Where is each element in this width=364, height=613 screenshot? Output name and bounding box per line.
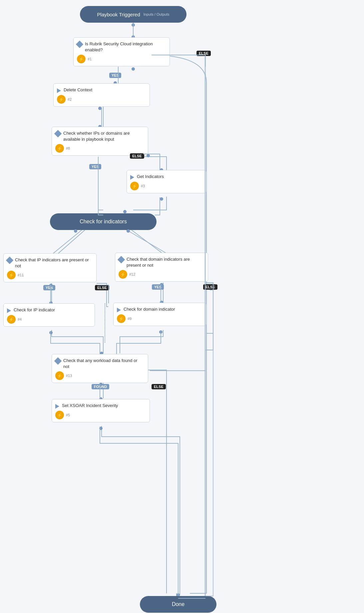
check-indicators-node[interactable]: Check for indicators [50, 213, 157, 230]
svg-line-3 [53, 226, 87, 253]
badge-else-3: ELSE [95, 285, 109, 290]
node-12-footer: #12 [119, 270, 203, 279]
lightning-icon-9 [117, 314, 126, 323]
node-3[interactable]: Get Indicators #3 [127, 170, 206, 193]
diamond-icon-11 [6, 257, 14, 264]
node-8[interactable]: Check whether IPs or domains are availab… [52, 127, 148, 156]
arrow-icon-9 [117, 308, 121, 312]
lightning-icon-1 [77, 55, 86, 63]
node-4[interactable]: Check for IP indicator #4 [3, 303, 95, 327]
badge-else-4: ELSE [203, 284, 217, 290]
node-5-title: Set XSOAR Incident Severity [62, 403, 118, 409]
arrow-icon-4 [7, 308, 11, 313]
node-11[interactable]: Check that IP indicators are present or … [3, 253, 97, 282]
connector-dot-17 [49, 331, 53, 334]
node-8-num: #8 [66, 146, 70, 150]
lightning-icon-13 [55, 371, 64, 380]
node-12-header: Check that domain indicators are present… [119, 256, 203, 268]
node-13-header: Check that any workload data found or no… [55, 358, 143, 369]
inputs-outputs-link[interactable]: Inputs / Outputs [144, 12, 170, 16]
connector-dot-18 [159, 330, 163, 334]
node-5-footer: #5 [55, 411, 145, 419]
lightning-icon-12 [119, 270, 127, 279]
node-4-title: Check for IP indicator [14, 307, 55, 313]
badge-else-5: ELSE [152, 384, 166, 389]
trigger-node[interactable]: Playbook Triggered Inputs / Outputs [80, 6, 186, 23]
node-11-footer: #11 [7, 271, 92, 279]
node-8-title: Check whether IPs or domains are availab… [63, 130, 143, 142]
node-5[interactable]: Set XSOAR Incident Severity #5 [52, 399, 150, 422]
node-12[interactable]: Check that domain indicators are present… [115, 253, 208, 282]
node-1-footer: #1 [77, 55, 165, 63]
node-1-num: #1 [88, 57, 92, 61]
check-indicators-label: Check for indicators [80, 219, 127, 225]
node-1-title: Is Rubrik Security Cloud integration ena… [85, 41, 165, 53]
node-3-title: Get Indicators [137, 174, 164, 180]
done-label: Done [172, 601, 184, 607]
node-2-title: Delete Context [64, 87, 92, 93]
lightning-icon-2 [57, 95, 66, 104]
diamond-icon-8 [54, 130, 62, 138]
lightning-icon-3 [130, 182, 139, 190]
diamond-icon-1 [76, 41, 84, 48]
else-vertical-line [204, 57, 205, 596]
node-13-num: #13 [66, 374, 72, 378]
node-11-header: Check that IP indicators are present or … [7, 257, 92, 269]
connector-dot-12 [127, 229, 130, 233]
connector-dot-3 [132, 67, 135, 71]
diamond-icon-13 [54, 357, 62, 365]
lightning-icon-11 [7, 271, 16, 279]
connector-dot-22 [99, 427, 103, 430]
node-12-title: Check that domain indicators are present… [127, 256, 203, 268]
node-12-num: #12 [129, 272, 135, 276]
badge-yes-2: YES [89, 164, 101, 169]
flowchart-canvas: Playbook Triggered Inputs / Outputs Is R… [0, 0, 364, 613]
arrow-icon-3 [130, 175, 134, 180]
node-1-header: Is Rubrik Security Cloud integration ena… [77, 41, 165, 53]
connector-dot-5 [98, 107, 102, 110]
diamond-icon-12 [118, 256, 125, 264]
node-9-title: Check for domain indicator [124, 306, 175, 312]
connector-dot-9 [160, 197, 163, 201]
node-3-header: Get Indicators [130, 174, 201, 180]
node-13[interactable]: Check that any workload data found or no… [52, 354, 148, 383]
badge-yes-1: YES [109, 73, 121, 78]
node-2-footer: #2 [57, 95, 145, 104]
lightning-icon-4 [7, 315, 16, 324]
node-2-num: #2 [68, 97, 72, 101]
connector-dot-13 [49, 284, 53, 287]
node-11-title: Check that IP indicators are present or … [15, 257, 92, 269]
node-5-num: #5 [66, 413, 70, 417]
node-3-num: #3 [141, 184, 145, 188]
connector-dot-1 [132, 23, 135, 27]
node-4-header: Check for IP indicator [7, 307, 90, 313]
node-9-footer: #9 [117, 314, 201, 323]
node-13-footer: #13 [55, 371, 143, 380]
lightning-icon-8 [55, 144, 64, 153]
node-8-footer: #8 [55, 144, 143, 153]
node-5-header: Set XSOAR Incident Severity [55, 403, 145, 409]
node-13-title: Check that any workload data found or no… [63, 358, 143, 369]
arrow-icon-5 [55, 404, 59, 409]
connector-dot-10 [123, 210, 127, 213]
node-9[interactable]: Check for domain indicator #9 [113, 303, 206, 326]
node-2[interactable]: Delete Context #2 [53, 83, 150, 107]
connector-dot-11 [74, 229, 77, 233]
connector-dot-15 [160, 283, 163, 286]
node-3-footer: #3 [130, 182, 201, 190]
node-9-num: #9 [128, 317, 132, 321]
node-9-header: Check for domain indicator [117, 306, 201, 312]
connector-dot-20 [99, 383, 103, 386]
badge-else-1: ELSE [196, 51, 211, 56]
node-8-header: Check whether IPs or domains are availab… [55, 130, 143, 142]
done-node[interactable]: Done [140, 596, 216, 613]
node-2-header: Delete Context [57, 87, 145, 93]
arrow-icon-2 [57, 88, 61, 93]
lightning-icon-5 [55, 411, 64, 419]
connector-dot-7 [147, 154, 150, 157]
node-4-footer: #4 [7, 315, 90, 324]
node-1[interactable]: Is Rubrik Security Cloud integration ena… [73, 37, 170, 66]
node-11-num: #11 [18, 273, 24, 277]
trigger-label: Playbook Triggered [97, 12, 140, 17]
node-4-num: #4 [18, 317, 22, 321]
